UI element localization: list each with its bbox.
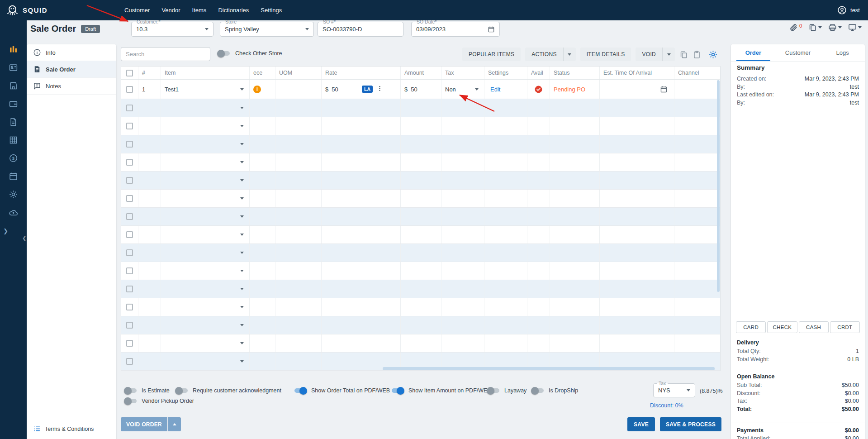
row-checkbox[interactable] xyxy=(126,105,133,111)
calendar-icon[interactable] xyxy=(9,172,18,181)
void-button[interactable]: VOID xyxy=(636,48,662,61)
check-other-store-toggle[interactable] xyxy=(217,50,231,57)
duplicate-order-button[interactable] xyxy=(808,23,822,32)
tax-select-bottom[interactable]: Tax NYS xyxy=(653,383,695,397)
is-dropship-toggle[interactable] xyxy=(531,387,545,394)
menu-customer[interactable]: Customer xyxy=(124,7,150,14)
actions-dropdown-button[interactable] xyxy=(563,48,576,61)
item-select[interactable] xyxy=(161,244,250,262)
calendar-icon[interactable] xyxy=(488,26,495,33)
horizontal-scrollbar[interactable] xyxy=(383,367,715,370)
so-date-field[interactable]: SO Date* 03/09/2023 xyxy=(411,22,500,37)
menu-settings[interactable]: Settings xyxy=(261,7,282,14)
pay-crdt-button[interactable]: CRDT xyxy=(830,321,860,333)
menu-dictionaries[interactable]: Dictionaries xyxy=(218,7,249,14)
item-select[interactable] xyxy=(161,117,250,135)
user-menu[interactable]: test xyxy=(837,5,860,15)
show-item-amount-toggle[interactable] xyxy=(391,387,404,394)
item-select[interactable] xyxy=(161,298,250,316)
so-number-field[interactable]: SO #* SO-0033790-D xyxy=(318,22,403,37)
row-checkbox[interactable] xyxy=(126,249,133,256)
save-button[interactable]: SAVE xyxy=(627,417,655,431)
actions-button[interactable]: ACTIONS xyxy=(525,48,563,61)
display-button[interactable] xyxy=(848,23,862,32)
item-select[interactable] xyxy=(161,226,250,243)
pay-check-button[interactable]: CHECK xyxy=(767,321,797,333)
wallet-icon[interactable] xyxy=(9,99,18,109)
item-select[interactable] xyxy=(161,280,250,298)
item-select[interactable] xyxy=(161,190,250,207)
nav-item-info[interactable]: Info xyxy=(27,44,116,61)
item-select[interactable] xyxy=(161,153,250,171)
rate-cell[interactable]: $ 50 LA xyxy=(322,80,401,99)
customer-select[interactable]: Customer:* 10.3 xyxy=(131,22,213,37)
settings-gear-icon[interactable] xyxy=(9,190,18,199)
item-select[interactable] xyxy=(161,208,250,225)
row-checkbox[interactable] xyxy=(126,358,133,365)
store-select[interactable]: Store Spring Valley xyxy=(220,22,314,37)
paste-rows-button[interactable] xyxy=(693,50,701,59)
require-ack-toggle[interactable] xyxy=(175,387,189,394)
row-checkbox[interactable] xyxy=(126,322,133,329)
row-checkbox[interactable] xyxy=(126,195,133,202)
sidebar-expand-chevron-icon[interactable]: ❯ xyxy=(3,228,8,234)
pay-cash-button[interactable]: CASH xyxy=(799,321,829,333)
item-select[interactable]: Test1 xyxy=(161,80,250,99)
item-select[interactable] xyxy=(161,99,250,117)
row-checkbox[interactable] xyxy=(126,231,133,238)
row-checkbox[interactable] xyxy=(126,177,133,184)
attachments-button[interactable]: 0 xyxy=(789,23,802,32)
rate-la-badge[interactable]: LA xyxy=(362,86,373,93)
availability-alert-icon[interactable] xyxy=(534,85,543,94)
row-checkbox[interactable] xyxy=(126,141,133,148)
item-select[interactable] xyxy=(161,334,250,352)
kebab-menu-icon[interactable] xyxy=(376,85,383,93)
row-checkbox[interactable] xyxy=(126,123,133,129)
tab-customer[interactable]: Customer xyxy=(776,44,821,61)
nav-item-notes[interactable]: Notes xyxy=(27,78,116,95)
item-info-icon[interactable]: i xyxy=(253,86,261,93)
search-input[interactable] xyxy=(121,47,210,61)
table-settings-button[interactable] xyxy=(708,50,718,59)
app-logo[interactable]: SQUID xyxy=(6,4,47,16)
vertical-scrollbar[interactable] xyxy=(717,80,720,292)
save-process-button[interactable]: SAVE & PROCESS xyxy=(660,417,721,431)
pay-card-button[interactable]: CARD xyxy=(736,321,766,333)
calendar-icon[interactable] xyxy=(660,86,668,93)
nav-item-sale-order[interactable]: Sale Order xyxy=(27,61,116,78)
copy-rows-button[interactable] xyxy=(679,50,688,59)
document-icon[interactable] xyxy=(9,117,18,127)
tab-order[interactable]: Order xyxy=(731,44,776,61)
panel-collapse-chevron-icon[interactable]: ❮ xyxy=(22,235,27,241)
settings-edit-link[interactable]: Edit xyxy=(490,86,500,93)
cloud-sync-icon[interactable] xyxy=(9,208,18,217)
menu-vendor[interactable]: Vendor xyxy=(161,7,180,14)
terms-conditions-link[interactable]: Terms & Conditions xyxy=(33,425,94,433)
is-estimate-toggle[interactable] xyxy=(124,387,138,394)
popular-items-button[interactable]: POPULAR ITEMS xyxy=(462,48,521,61)
grid-icon[interactable] xyxy=(9,135,18,145)
select-all-checkbox[interactable] xyxy=(126,70,133,76)
print-button[interactable] xyxy=(828,23,842,32)
item-details-button[interactable]: ITEM DETAILS xyxy=(580,48,631,61)
row-checkbox[interactable] xyxy=(126,159,133,166)
void-order-button[interactable]: VOID ORDER xyxy=(121,417,167,431)
row-checkbox[interactable] xyxy=(126,267,133,274)
row-checkbox[interactable] xyxy=(126,340,133,347)
row-checkbox[interactable] xyxy=(126,213,133,220)
void-dropdown-button[interactable] xyxy=(662,48,675,61)
tax-select[interactable]: Non xyxy=(441,80,484,99)
void-order-dropdown-button[interactable] xyxy=(168,417,181,431)
pos-register-icon[interactable] xyxy=(9,45,18,54)
show-order-total-toggle[interactable] xyxy=(294,387,307,394)
row-checkbox[interactable] xyxy=(126,286,133,292)
item-select[interactable] xyxy=(161,353,250,370)
item-select[interactable] xyxy=(161,316,250,334)
store-icon[interactable] xyxy=(9,81,18,91)
vendor-pickup-toggle[interactable] xyxy=(124,398,138,404)
row-checkbox[interactable] xyxy=(126,86,133,93)
payments-icon[interactable]: $ xyxy=(9,153,18,163)
row-checkbox[interactable] xyxy=(126,304,133,310)
item-select[interactable] xyxy=(161,262,250,280)
contacts-icon[interactable] xyxy=(9,63,18,72)
